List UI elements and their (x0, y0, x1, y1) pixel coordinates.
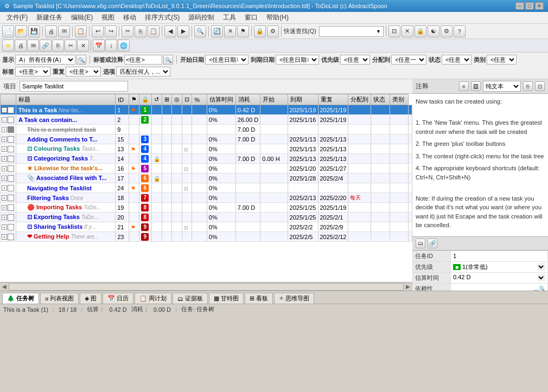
search-dropdown-icon[interactable]: ▼ (376, 29, 381, 34)
task-title-cell[interactable]: This is a completed task (16, 125, 116, 134)
task-row[interactable]: +⊡ Categorizing Tasks T...144🔒0%7.00 D0.… (1, 154, 412, 164)
task-checkbox[interactable] (8, 195, 14, 201)
btn-open[interactable]: 📂 (15, 25, 27, 37)
props-scroll[interactable]: 任务ID 1 优先级 ■ 1(非常低) 估算时 (412, 250, 548, 291)
filter-status-select[interactable]: <任意> (442, 55, 471, 65)
btn-cut[interactable]: ✂ (122, 25, 133, 37)
btn-sync[interactable]: 🔄 (211, 25, 223, 37)
filter-show-btn[interactable]: 🔍 (77, 55, 86, 65)
col-header-recur[interactable]: ↺ (152, 94, 162, 105)
btn-email2[interactable]: ✉ (27, 40, 39, 52)
task-checkbox[interactable] (8, 185, 14, 191)
col-header-est[interactable]: 估算时间 (207, 94, 235, 105)
btn-extra2[interactable]: ✕ (402, 25, 413, 37)
prop-esttime-value[interactable]: 0.42 D (451, 272, 548, 283)
task-title-cell[interactable]: Adding Comments to T... (16, 134, 116, 144)
task-title-cell[interactable]: ⊡ Categorizing Tasks T... (16, 154, 116, 164)
filter-extra-select[interactable]: 匹配任何人，... (116, 67, 170, 76)
task-row[interactable]: −This is a Task New tas...1⚑10%0.42 D202… (1, 105, 412, 115)
menu-file[interactable]: 文件(F) (2, 12, 32, 23)
col-header-flag[interactable]: ⚑ (129, 94, 139, 105)
task-checkbox[interactable] (8, 234, 14, 240)
btn-move-down[interactable]: ▶ (177, 25, 189, 37)
task-row[interactable]: −A Task can contain...220%26.00 D2025/1/… (1, 115, 412, 125)
task-row[interactable]: +⊡ Colouring Tasks Tasks...13⚑4⊡0%2025/1… (1, 144, 412, 154)
task-title-cell[interactable]: ⊡ Colouring Tasks Tasks... (16, 144, 116, 154)
task-checkbox[interactable] (8, 107, 14, 113)
task-checkbox[interactable] (8, 156, 14, 162)
bottom-tab-日历[interactable]: 📅日历 (103, 293, 133, 304)
scroll-left-btn[interactable]: ◀ (0, 284, 9, 290)
task-expander[interactable]: + (2, 146, 7, 152)
notes-format-select[interactable]: 纯文本 (483, 81, 521, 92)
task-checkbox[interactable] (8, 224, 14, 230)
col-header-recur2[interactable]: 重复 (318, 94, 348, 105)
maximize-btn[interactable]: □ (525, 2, 534, 10)
filter-tag-search[interactable]: 🔍 (163, 55, 173, 65)
menu-tools[interactable]: 工具 (219, 12, 240, 23)
bottom-tab-看板[interactable]: ⊞看板 (245, 293, 273, 304)
col-header-pct[interactable]: % (192, 94, 207, 105)
btn-save[interactable]: 💾 (28, 25, 40, 37)
prop-deps-value[interactable]: 🔍 … (451, 283, 548, 291)
search-input[interactable] (322, 28, 376, 35)
task-expander[interactable]: − (2, 107, 7, 113)
task-expander[interactable]: + (2, 156, 7, 162)
col-header-title[interactable]: 标题 (16, 94, 116, 105)
filter-tag2-select[interactable]: <任意> (15, 67, 50, 76)
btn-calendar[interactable]: 📅 (93, 40, 105, 52)
btn-email[interactable]: ✉ (58, 25, 70, 37)
task-table-container[interactable]: 标题 ID ⚑ 🔒 ↺ ⊞ ◎ ⊡ % 估算时间 消耗 开始 到期 重复 (0, 94, 412, 282)
task-expander[interactable]: + (2, 166, 7, 171)
task-expander[interactable]: + (2, 215, 7, 220)
minimize-btn[interactable]: ─ (515, 2, 524, 10)
btn-settings[interactable]: ⚙ (267, 25, 279, 37)
task-title-cell[interactable]: 🔴 Importing Tasks ToDo... (16, 203, 116, 213)
esttime-unit-dropdown[interactable] (538, 274, 545, 281)
deps-more-icon[interactable]: … (533, 286, 539, 291)
btn-copy2[interactable]: ⎘ (52, 40, 64, 52)
task-row[interactable]: +📎 Associated Files with T...176🔒0%2025/… (1, 173, 412, 183)
task-expander[interactable]: + (2, 195, 7, 201)
task-title-cell[interactable]: ❤ Getting Help There are... (16, 232, 116, 242)
notes-copy-btn[interactable]: ⎘ (523, 81, 533, 91)
btn-extra1[interactable]: ⊡ (388, 25, 400, 37)
btn-help[interactable]: ? (454, 25, 466, 37)
btn-link[interactable]: 🔗 (40, 40, 52, 52)
bottom-tab-任务树[interactable]: 🌲任务树 (2, 293, 39, 304)
task-title-cell[interactable]: ★ Likewise for the task's... (16, 164, 116, 173)
task-expander[interactable]: + (2, 224, 7, 230)
props-link-btn[interactable]: 🔗 (428, 239, 437, 248)
task-expander[interactable]: + (2, 137, 7, 142)
col-header-alloc[interactable]: ◎ (172, 94, 182, 105)
btn-delete2[interactable]: ✕ (77, 40, 89, 52)
btn-find[interactable]: 🔍 (194, 25, 206, 37)
btn-paste[interactable]: 📋 (148, 25, 160, 37)
task-row[interactable]: +⊡ Exporting Tasks ToDo...2080%2025/1/25… (1, 213, 412, 222)
task-checkbox[interactable] (8, 204, 14, 211)
btn-copy[interactable]: ⎘ (135, 25, 146, 37)
task-title-cell[interactable]: ⊡ Exporting Tasks ToDo... (16, 213, 116, 222)
task-expander[interactable]: + (2, 205, 7, 210)
task-checkbox[interactable] (8, 126, 14, 133)
task-checkbox[interactable] (8, 117, 14, 123)
menu-help[interactable]: 帮助(H) (262, 12, 293, 23)
btn-move-up[interactable]: ◀ (164, 25, 176, 37)
btn-delete[interactable]: ✕ (224, 25, 236, 37)
task-row[interactable]: +Adding Comments to T...1530%7.00 D2025/… (1, 134, 412, 144)
col-header-type[interactable]: 类别 (390, 94, 408, 105)
bottom-tab-周计划[interactable]: 📋周计划 (135, 293, 171, 304)
task-row[interactable]: +❤ Getting Help There are...2390%2025/2/… (1, 232, 412, 242)
filter-type-select[interactable]: <任意> (487, 55, 517, 65)
task-title-cell[interactable]: This is a Task New tas... (16, 105, 116, 115)
filter-assign-select[interactable]: <任意一个> (391, 55, 426, 65)
h-scrollbar[interactable] (9, 283, 404, 291)
menu-move[interactable]: 移动 (119, 12, 141, 23)
col-header-misc[interactable]: ⊡ (182, 94, 192, 105)
btn-sort2[interactable]: ↕ (105, 40, 117, 52)
menu-edit[interactable]: 编辑(E) (67, 12, 97, 23)
task-checkbox[interactable] (8, 165, 14, 172)
priority-dropdown[interactable] (538, 263, 545, 271)
task-checkbox[interactable] (8, 146, 14, 152)
task-checkbox[interactable] (8, 136, 14, 143)
